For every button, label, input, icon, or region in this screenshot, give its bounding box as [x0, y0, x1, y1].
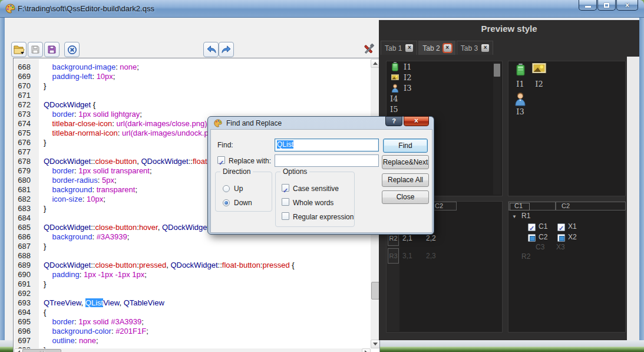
replace-all-button[interactable]: Replace All [382, 173, 429, 187]
table-cell[interactable]: 3,1 [402, 252, 412, 260]
horizontal-scroll-thumb[interactable] [22, 349, 61, 352]
code-line[interactable]: 669 padding-left: 10px; [14, 72, 370, 81]
save-button[interactable] [28, 42, 43, 57]
close-dialog-button[interactable]: Close [382, 190, 429, 204]
build-tools-button[interactable] [361, 42, 377, 57]
regex-checkbox[interactable] [282, 212, 289, 220]
tree-row[interactable]: ✓C1✓X1 [508, 222, 625, 233]
tree-checkbox[interactable] [528, 234, 536, 242]
options-groupbox: Options ✓ Case sensitive Whole words Reg… [275, 172, 355, 227]
whole-words-checkbox[interactable] [282, 198, 289, 206]
preview-iconlist[interactable]: I1I2I3 [508, 61, 626, 196]
table-cell[interactable]: 2,1 [402, 234, 412, 242]
code-line[interactable]: 695 border: 1px solid #3A3939; [14, 317, 370, 327]
replace-input[interactable] [275, 154, 379, 167]
tree-row[interactable]: C2X2 [508, 233, 625, 244]
line-number: 687 [14, 242, 35, 251]
scroll-right-button[interactable] [362, 348, 371, 352]
tree-checkbox[interactable] [557, 234, 565, 242]
tab-close-icon[interactable]: × [444, 44, 451, 52]
minimize-button[interactable] [579, 0, 597, 11]
list-scrollbar[interactable] [493, 62, 501, 195]
app-palette-icon [5, 4, 15, 14]
checkmark-icon: ✓ [219, 159, 224, 166]
table-row-header[interactable]: R3 [388, 248, 399, 264]
code-line[interactable]: 668 background-image: none; [14, 62, 370, 72]
scroll-down-button[interactable] [371, 340, 380, 348]
code-line[interactable]: 688 [14, 251, 370, 261]
list-item[interactable]: I3 [387, 83, 502, 93]
code-line[interactable]: 696 background-color: #201F1F; [14, 327, 370, 336]
code-line[interactable]: 693QTreeView, QListView, QTableView [14, 298, 370, 308]
tab-tab-3[interactable]: Tab 3× [457, 41, 493, 55]
replace-with-checkbox[interactable]: ✓ [217, 156, 225, 164]
line-number: 671 [14, 91, 35, 100]
redo-button[interactable] [219, 42, 234, 57]
tree-header-c2-label: C2 [562, 202, 570, 209]
vertical-scroll-thumb[interactable] [371, 282, 379, 300]
tab-tab-2[interactable]: Tab 2× [418, 41, 455, 55]
list-item[interactable]: I1 [387, 61, 502, 72]
tree-header-c1[interactable]: C1 [508, 202, 556, 210]
code-line[interactable]: 689QDockWidget::close-button:pressed, QD… [14, 261, 370, 270]
tree-checkbox[interactable]: ✓ [557, 223, 565, 231]
undo-button[interactable] [203, 42, 219, 57]
tab-close-icon[interactable]: × [405, 44, 413, 52]
table-header-c2[interactable]: C2 [432, 202, 457, 210]
preview-treeview[interactable]: C1 C2 ▼R1✓C1✓X1C2X2C3X3R2 [508, 201, 626, 333]
checkmark-icon: ✓ [283, 187, 288, 194]
tree-row[interactable]: ▼R1 [508, 212, 625, 222]
code-line[interactable]: 672QDockWidget { [14, 100, 370, 110]
table-cell[interactable]: 2,3 [426, 252, 436, 260]
tab-close-icon[interactable]: × [481, 44, 489, 52]
code-token: : [82, 195, 87, 203]
code-token: QDockWidget [44, 261, 91, 269]
code-line[interactable]: 691} [14, 279, 370, 289]
tree-checkbox[interactable]: ✓ [528, 223, 536, 231]
table-row[interactable]: R33,12,3 [387, 248, 502, 265]
scroll-left-button[interactable] [14, 348, 23, 352]
tree-row[interactable]: R2 [508, 252, 625, 263]
code-line[interactable]: 670} [14, 81, 370, 91]
tab-tab-1[interactable]: Tab 1× [381, 41, 417, 55]
dialog-close-button[interactable]: × [404, 116, 429, 126]
find-input[interactable]: QList [275, 139, 379, 152]
table-cell[interactable]: 2,2 [426, 234, 436, 242]
icon-list-item[interactable]: I1 [511, 63, 530, 88]
tree-header-c2[interactable]: C2 [556, 202, 626, 210]
code-token: close-button [95, 223, 137, 232]
case-sensitive-checkbox[interactable]: ✓ [282, 184, 289, 192]
close-window-button[interactable]: × [616, 0, 638, 11]
expand-arrow-icon[interactable]: ▼ [512, 214, 517, 219]
code-line[interactable]: 697 outline: none; [14, 336, 370, 346]
close-icon: × [625, 1, 629, 10]
code-line[interactable]: 671 [14, 91, 370, 100]
save-as-button[interactable] [44, 42, 60, 57]
dialog-titlebar[interactable]: Find and Replace [214, 119, 282, 127]
code-line[interactable]: 692 [14, 289, 370, 298]
list-item-label: I1 [404, 62, 411, 71]
maximize-button[interactable] [597, 0, 616, 11]
code-line[interactable]: 694{ [14, 308, 370, 317]
code-line[interactable]: 690 padding: 1px -1px -1px 1px; [14, 270, 370, 279]
icon-list-item[interactable]: I2 [530, 63, 549, 88]
dialog-help-button[interactable]: ? [385, 116, 402, 126]
window-titlebar[interactable]: F:\trading\soft\QssEditor-build\dark2.qs… [0, 0, 644, 18]
close-document-button[interactable] [64, 42, 80, 57]
line-number: 686 [14, 232, 35, 242]
list-item[interactable]: I2 [387, 72, 502, 83]
direction-up-radio[interactable] [223, 185, 230, 192]
direction-down-radio[interactable] [223, 199, 230, 206]
list-item[interactable]: I5 [387, 104, 502, 114]
list-scroll-thumb[interactable] [494, 64, 500, 77]
editor-horizontal-scrollbar[interactable] [14, 348, 371, 352]
find-button[interactable]: Find [383, 139, 428, 153]
code-text: titlebar-close-icon: url(dark-images/clo… [35, 119, 209, 129]
code-token: : [92, 72, 96, 81]
open-file-button[interactable] [11, 42, 27, 57]
code-token: transparent [97, 185, 136, 194]
replace-next-button[interactable]: Replace&Next [382, 155, 429, 169]
code-line[interactable]: 687} [14, 242, 370, 251]
list-item[interactable]: I4 [387, 93, 502, 104]
icon-list-item[interactable]: I3 [511, 91, 530, 116]
